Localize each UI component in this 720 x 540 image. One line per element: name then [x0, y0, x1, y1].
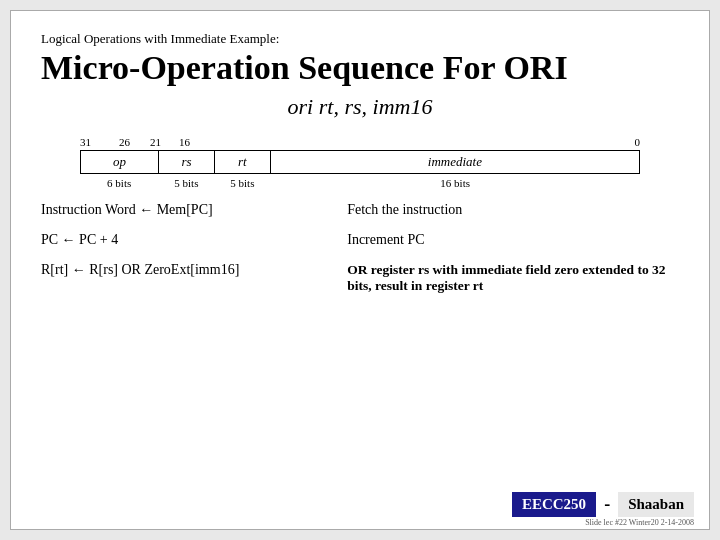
op-left-2: PC ← PC + 4 — [41, 232, 347, 248]
bits-rt-label: 5 bits — [214, 177, 270, 189]
footer-author: Shaaban — [618, 492, 694, 517]
instruction-title: ori rt, rs, imm16 — [41, 94, 679, 120]
subtitle: Logical Operations with Immediate Exampl… — [41, 31, 679, 47]
operations-table: Instruction Word ← Mem[PC] Fetch the ins… — [41, 197, 679, 299]
bits-op-label: 6 bits — [80, 177, 158, 189]
footer-separator: - — [604, 494, 610, 515]
bits-imm-label: 16 bits — [270, 177, 640, 189]
op-right-2: Increment PC — [347, 232, 679, 248]
footer-badge: EECC250 — [512, 492, 596, 517]
fields-row: op rs rt immediate — [80, 150, 640, 174]
slide: Logical Operations with Immediate Exampl… — [10, 10, 710, 530]
op-right-3: OR register rs with immediate field zero… — [347, 262, 679, 294]
or-description-text: OR register rs with immediate field zero… — [347, 262, 665, 293]
bits-labels-row: 6 bits 5 bits 5 bits 16 bits — [80, 177, 640, 189]
bits-rs-label: 5 bits — [158, 177, 214, 189]
bit-0: 0 — [635, 136, 641, 148]
op-left-1: Instruction Word ← Mem[PC] — [41, 202, 347, 218]
field-rs: rs — [159, 151, 215, 173]
footer: EECC250 - Shaaban — [512, 492, 694, 517]
fetch-instruction-text: Fetch the instruction — [347, 202, 462, 217]
bit-numbers-row: 31 26 21 16 0 — [80, 136, 640, 148]
op-row-2: PC ← PC + 4 Increment PC — [41, 227, 679, 253]
field-op: op — [81, 151, 159, 173]
bit-31: 31 — [80, 136, 91, 148]
op-row-3: R[rt] ← R[rs] OR ZeroExt[imm16] OR regis… — [41, 257, 679, 299]
bit-26: 26 — [119, 136, 130, 148]
increment-pc-text: Increment PC — [347, 232, 424, 247]
pc-increment-label: PC ← PC + 4 — [41, 232, 118, 247]
instruction-word-label: Instruction Word ← Mem[PC] — [41, 202, 213, 217]
field-rt: rt — [215, 151, 271, 173]
op-left-3: R[rt] ← R[rs] OR ZeroExt[imm16] — [41, 262, 347, 278]
op-row-1: Instruction Word ← Mem[PC] Fetch the ins… — [41, 197, 679, 223]
bit-21: 21 — [150, 136, 161, 148]
footer-info: Slide lec #22 Winter20 2-14-2008 — [585, 518, 694, 527]
field-immediate: immediate — [271, 151, 639, 173]
or-operation-label: R[rt] ← R[rs] OR ZeroExt[imm16] — [41, 262, 239, 277]
op-right-1: Fetch the instruction — [347, 202, 679, 218]
format-diagram: 31 26 21 16 0 op rs rt immediate 6 bits … — [80, 136, 640, 189]
bit-16: 16 — [179, 136, 190, 148]
title: Micro-Operation Sequence For ORI — [41, 49, 679, 86]
